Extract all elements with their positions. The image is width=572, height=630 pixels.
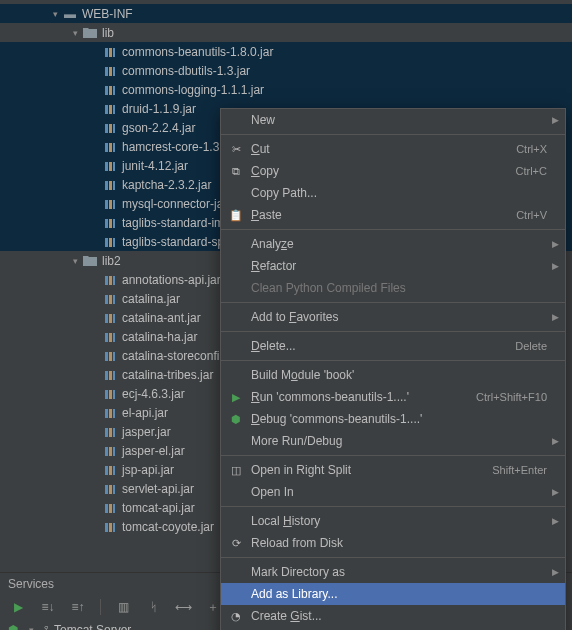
toolbar-btn[interactable]: ≡↑ [68,597,88,617]
menu-label: Local History [251,514,547,528]
menu-add-as-library[interactable]: Add as Library... [221,583,565,605]
archive-icon [102,424,118,440]
tree-label: servlet-api.jar [122,482,194,496]
tree-item[interactable]: commons-beanutils-1.8.0.jar [0,42,572,61]
svg-rect-26 [113,200,115,209]
menu-label: Create Gist... [251,609,547,623]
menu-copy[interactable]: ⧉CopyCtrl+C [221,160,565,182]
menu-build[interactable]: Build Module 'book' [221,364,565,386]
tree-folder-lib[interactable]: ▾lib [0,23,572,42]
tree-label: lib [102,26,114,40]
archive-icon [102,386,118,402]
separator [221,557,565,558]
tree-label: WEB-INF [82,7,133,21]
archive-icon [102,443,118,459]
svg-rect-29 [113,219,115,228]
menu-label: Debug 'commons-beanutils-1....' [251,412,547,426]
menu-reload[interactable]: ⟳Reload from Disk [221,532,565,554]
folder-icon [82,25,98,41]
menu-label: Refactor [251,259,547,273]
menu-create-gist[interactable]: ◔Create Gist... [221,605,565,627]
menu-debug[interactable]: ⬢Debug 'commons-beanutils-1....' [221,408,565,430]
menu-analyze[interactable]: Analyze▶ [221,233,565,255]
shortcut: Ctrl+Shift+F10 [476,391,547,403]
svg-rect-53 [113,390,115,399]
run-icon: ▶ [227,389,245,405]
menu-paste[interactable]: 📋PasteCtrl+V [221,204,565,226]
svg-rect-65 [113,466,115,475]
tree-label: junit-4.12.jar [122,159,188,173]
bug-icon: ⬢ [8,623,18,630]
menu-label: Paste [251,208,516,222]
archive-icon [102,158,118,174]
menu-copy-path[interactable]: Copy Path... [221,182,565,204]
github-icon: ◔ [227,608,245,624]
svg-rect-15 [105,143,108,152]
menu-run[interactable]: ▶Run 'commons-beanutils-1....'Ctrl+Shift… [221,386,565,408]
shortcut: Ctrl+C [516,165,547,177]
menu-delete[interactable]: Delete...Delete [221,335,565,357]
menu-open-in[interactable]: Open In▶ [221,481,565,503]
svg-rect-17 [113,143,115,152]
archive-icon [102,215,118,231]
tree-label: mysql-connector-jar [122,197,227,211]
svg-rect-72 [105,523,108,532]
separator [221,455,565,456]
toolbar-btn[interactable]: ≡↓ [38,597,58,617]
svg-rect-7 [109,86,112,95]
svg-rect-55 [109,409,112,418]
archive-icon [102,82,118,98]
svg-rect-57 [105,428,108,437]
tree-item[interactable]: commons-logging-1.1.1.jar [0,80,572,99]
menu-label: More Run/Debug [251,434,547,448]
shortcut: Ctrl+X [516,143,547,155]
tree-label: tomcat-coyote.jar [122,520,214,534]
svg-rect-31 [109,238,112,247]
menu-open-split[interactable]: ◫Open in Right SplitShift+Enter [221,459,565,481]
archive-icon [102,44,118,60]
menu-cut[interactable]: ✂CutCtrl+X [221,138,565,160]
tree-label: catalina.jar [122,292,180,306]
svg-rect-9 [105,105,108,114]
debug-icon: ⬢ [227,411,245,427]
tree-item[interactable]: commons-dbutils-1.3.jar [0,61,572,80]
svg-rect-51 [105,390,108,399]
svg-rect-34 [109,276,112,285]
tree-folder-webinf[interactable]: ▾▬WEB-INF [0,4,572,23]
tree-label: ecj-4.6.3.jar [122,387,185,401]
svg-rect-46 [109,352,112,361]
toolbar-btn[interactable]: ⟷ [173,597,193,617]
menu-label: Add to Favorites [251,310,547,324]
folder-icon: ▬ [62,6,78,22]
archive-icon [102,177,118,193]
separator [221,331,565,332]
archive-icon [102,196,118,212]
tree-label: hamcrest-core-1.3.jar [122,140,236,154]
filter-button[interactable]: ▥ [113,597,133,617]
run-button[interactable]: ▶ [8,597,28,617]
menu-mark-directory[interactable]: Mark Directory as▶ [221,561,565,583]
svg-rect-5 [113,67,115,76]
svg-rect-73 [109,523,112,532]
menu-label: Open in Right Split [251,463,492,477]
svg-rect-11 [113,105,115,114]
svg-rect-63 [105,466,108,475]
svg-rect-58 [109,428,112,437]
menu-label: Add as Library... [251,587,547,601]
menu-local-history[interactable]: Local History▶ [221,510,565,532]
menu-refactor[interactable]: Refactor▶ [221,255,565,277]
tree-label: jasper-el.jar [122,444,185,458]
svg-rect-23 [113,181,115,190]
svg-rect-16 [109,143,112,152]
copy-icon: ⧉ [227,163,245,179]
menu-more-run[interactable]: More Run/Debug▶ [221,430,565,452]
svg-rect-19 [109,162,112,171]
menu-new[interactable]: New▶ [221,109,565,131]
tree-label: catalina-ha.jar [122,330,197,344]
separator [221,506,565,507]
svg-rect-35 [113,276,115,285]
filter-button[interactable]: ᛋ [143,597,163,617]
menu-favorites[interactable]: Add to Favorites▶ [221,306,565,328]
svg-rect-61 [109,447,112,456]
svg-rect-40 [109,314,112,323]
